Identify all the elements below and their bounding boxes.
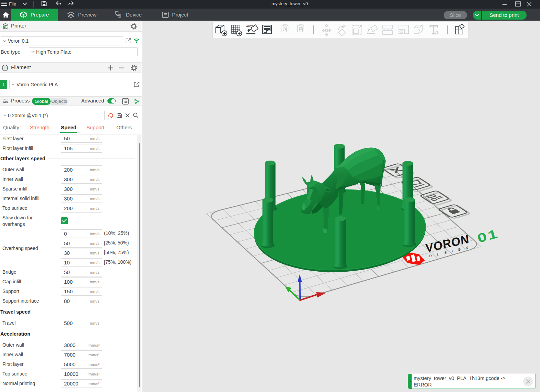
svg-text:01: 01 — [476, 226, 500, 245]
